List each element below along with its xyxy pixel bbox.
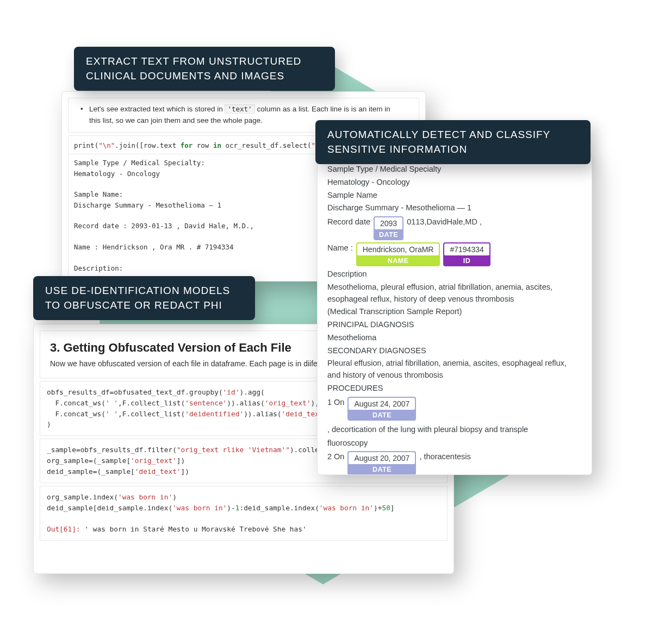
entity-tag: ID — [443, 255, 490, 266]
c1l3s1: ' ' — [105, 410, 118, 418]
entity-date-aug24: August 24, 2007 DATE — [347, 397, 416, 421]
entity-name: Hendrickson, OraMR NAME — [356, 242, 440, 266]
c1l3a: F.concat_ws( — [47, 410, 105, 418]
label-extract: EXTRACT TEXT FROM UNSTRUCTURED CLINICAL … — [74, 47, 335, 91]
entity-id: #7194334 ID — [443, 242, 490, 266]
c2l3a: deid_sample=(_sample[ — [47, 467, 135, 476]
code-cell-3: org_sample.index('was born in') deid_sam… — [40, 486, 448, 541]
pd-text: Mesothelioma — [327, 332, 582, 344]
entity-tag: DATE — [347, 464, 416, 475]
c2l3b: ]) — [181, 467, 189, 476]
c3l2a: deid_sample[deid_sample.index( — [47, 504, 172, 512]
c1l2s1: ' ' — [105, 399, 118, 407]
label-classify: AUTOMATICALLY DETECT AND CLASSIFY SENSIT… — [315, 120, 591, 164]
c3l2n2: 50 — [382, 504, 390, 512]
pd-heading: PRINCIPAL DIAGNOSIS — [327, 319, 582, 331]
intro-text-before: Let's see extracted text which is stored… — [89, 105, 225, 113]
label-deid: USE DE-IDENTIFICATION MODELS TO OBFUSCAT… — [33, 276, 255, 320]
line-sample-name: Sample Name — [327, 190, 582, 202]
intro-code-token: 'text' — [225, 104, 254, 114]
c1l2c: )).alias( — [227, 399, 264, 407]
p1-suffix: , decortication of the lung with pleural… — [327, 424, 528, 435]
entity-value: August 24, 2007 — [347, 397, 416, 411]
record-suffix: 0113,DavidHale,MD , — [407, 216, 482, 228]
c2l2s: 'orig_text' — [131, 457, 177, 465]
sd-heading: SECONDARY DIAGNOSES — [327, 345, 582, 357]
entity-value: Hendrickson, OraMR — [356, 242, 440, 257]
line-hematology: Hematology - Oncology — [327, 177, 582, 189]
code-mid: row — [192, 141, 213, 149]
p2-suffix: , thoracentesis — [419, 451, 470, 462]
sd-text: Pleural effusion, atrial fibrillation, a… — [327, 358, 582, 382]
c1l3b: ,F.collect_list( — [118, 410, 185, 418]
c3l1b: ) — [172, 493, 177, 501]
desc-text: Mesothelioma, pleural effusion, atrial f… — [327, 282, 582, 305]
card-entities: Sample Type / Medical Specialty Hematolo… — [317, 154, 592, 475]
c1l1b: ).agg( — [239, 388, 264, 396]
row-proc-2: 2 On August 20, 2007 DATE , thoracentesi… — [327, 451, 582, 475]
str-newline: "\n" — [98, 141, 115, 149]
c3l2s1: 'was born in' — [172, 504, 227, 512]
c1l1s: 'id' — [223, 388, 240, 396]
c3l1s: 'was born in' — [118, 493, 172, 501]
report-line: (Medical Transcription Sample Report) — [327, 306, 582, 318]
entity-value: August 20, 2007 — [347, 451, 416, 465]
entity-tag: DATE — [374, 229, 403, 240]
name-prefix: Name : — [327, 242, 353, 254]
entity-tag: NAME — [356, 255, 440, 266]
out-text: ' was born in Staré Mesto u Moravské Tre… — [84, 525, 306, 533]
c1l2s2: 'sentence' — [185, 399, 227, 407]
entity-value: #7194334 — [443, 242, 490, 257]
c1l3c: )).alias( — [244, 410, 281, 418]
code-tail: ocr_result_df.select( — [221, 141, 312, 149]
entity-tag: DATE — [347, 410, 416, 421]
c2l3s: 'deid_text' — [135, 467, 181, 476]
row-proc-1: 1 On August 24, 2007 DATE , decorticatio… — [327, 397, 582, 435]
row-name: Name : Hendrickson, OraMR NAME #7194334 … — [327, 242, 582, 266]
line-discharge: Discharge Summary - Mesothelioma — 1 — [327, 202, 582, 214]
p1-prefix: 1 On — [327, 397, 344, 408]
c3l2b: )- — [227, 504, 235, 512]
c2l1a: _sample=obfs_results_df.filter( — [47, 446, 177, 454]
c2l2a: org_sample=(_sample[ — [47, 457, 131, 465]
entity-date-2093: 2093 DATE — [374, 216, 403, 240]
c3l2d: )+ — [374, 504, 382, 512]
kw-in: in — [213, 141, 221, 149]
c3l2s2: 'was born in' — [319, 504, 374, 512]
c3l2e: ] — [390, 504, 395, 512]
print-call: print — [74, 141, 95, 149]
fluoro-line: fluoroscopy — [327, 437, 582, 449]
p2-prefix: 2 On — [327, 451, 344, 462]
kw-for: for — [181, 141, 193, 149]
line-sample-type: Sample Type / Medical Specialty — [327, 164, 582, 176]
entity-date-aug20: August 20, 2007 DATE — [347, 451, 416, 475]
desc-heading: Description — [327, 268, 582, 280]
proc-heading: PROCEDURES — [327, 383, 582, 395]
c1l3s2: 'deidentified' — [185, 410, 244, 418]
c1l2s3: 'orig_text' — [265, 399, 311, 407]
c1l2b: ,F.collect_list( — [118, 399, 185, 407]
c2l1s: "orig_text rlike 'Vietnam'" — [177, 446, 290, 454]
c1l1a: obfs_results_df=obfusated_text_df.groupb… — [47, 388, 223, 396]
c3l2c: :deid_sample.index( — [239, 504, 319, 512]
record-prefix: Record date — [327, 216, 370, 228]
c3l1a: org_sample.index( — [47, 493, 118, 501]
c1l2a: F.concat_ws( — [47, 399, 105, 407]
c1l4: ) — [47, 420, 51, 428]
code-join: .join([row.text — [115, 141, 180, 149]
entity-value: 2093 — [374, 216, 403, 230]
c2l2b: ]) — [177, 457, 185, 465]
out-label: Out[61]: — [47, 525, 84, 533]
row-record-date: Record date 2093 DATE 0113,DavidHale,MD … — [327, 216, 582, 240]
